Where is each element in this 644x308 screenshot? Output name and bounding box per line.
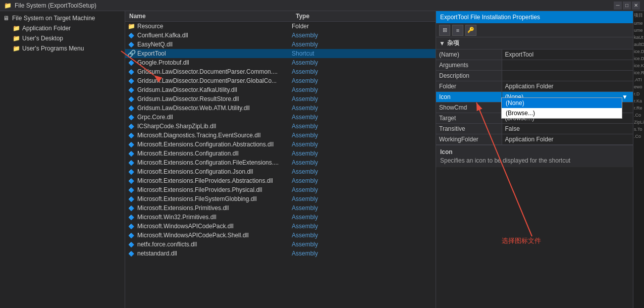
file-row[interactable]: 🔷Gridsum.LawDissector.ResultStore.dll As…: [125, 94, 436, 104]
prop-row[interactable]: (Name)ExportTool: [436, 49, 633, 60]
file-type: Assembly: [292, 168, 436, 175]
file-row[interactable]: 🔷Google.Protobuf.dll Assembly: [125, 58, 436, 67]
col-type-header: Type: [292, 13, 436, 20]
far-right-item: r.D: [633, 90, 644, 97]
file-row[interactable]: 🔷Microsoft.Extensions.FileSystemGlobbing…: [125, 194, 436, 203]
dropdown-item[interactable]: (Browse...): [502, 108, 622, 118]
props-container: (Name)ExportToolArgumentsDescriptionFold…: [436, 49, 633, 145]
list-view-button[interactable]: ≡: [452, 25, 463, 36]
file-row[interactable]: 🔗ExportTool Shortcut: [125, 49, 436, 58]
icon-dropdown[interactable]: (None)(Browse...): [501, 97, 622, 119]
file-row[interactable]: 📁Resource Folder: [125, 22, 436, 31]
dropdown-item[interactable]: (None): [502, 98, 622, 108]
maximize-button[interactable]: □: [623, 2, 631, 10]
grid-view-button[interactable]: ⊞: [439, 25, 450, 36]
file-row[interactable]: 🔷Microsoft.Win32.Primitives.dll Assembly: [125, 213, 436, 222]
assembly-icon: 🔷: [127, 240, 135, 248]
file-row[interactable]: 🔷Grpc.Core.dll Assembly: [125, 113, 436, 122]
far-right-item: s.To: [633, 126, 644, 133]
assembly-icon: 🔷: [127, 168, 135, 176]
prop-row[interactable]: FolderApplication Folder: [436, 81, 633, 92]
tree-item[interactable]: 📁User's Programs Menu: [0, 43, 125, 54]
prop-value: [502, 60, 633, 71]
far-right-item: ice.Ka: [633, 62, 644, 69]
prop-key: Description: [436, 71, 502, 81]
collapse-icon: ▼: [439, 40, 445, 47]
close-button[interactable]: ✕: [632, 2, 640, 10]
file-row[interactable]: 🔷Microsoft.WindowsAPICodePack.dll Assemb…: [125, 222, 436, 231]
minimize-button[interactable]: ─: [614, 2, 622, 10]
file-name: 🔷Gridsum.LawDissector.DocumentParser.Glo…: [125, 77, 292, 85]
filter-button[interactable]: 🔑: [465, 25, 476, 36]
annotation-text: 选择图标文件: [502, 236, 541, 245]
assembly-icon: 🔷: [127, 231, 135, 239]
shortcut-icon: 🔗: [127, 49, 135, 58]
tree-item-label: Application Folder: [22, 25, 71, 32]
file-type: Assembly: [292, 86, 436, 93]
tree-root[interactable]: 🖥 File System on Target Machine: [0, 13, 125, 23]
file-name: 🔷Microsoft.Extensions.Configuration.Abst…: [125, 140, 292, 148]
prop-key: Folder: [436, 81, 502, 92]
file-name: 🔷Microsoft.Extensions.Configuration.Json…: [125, 168, 292, 176]
far-right-item: r.Ka: [633, 97, 644, 105]
file-row[interactable]: 🔷ICSharpCode.SharpZipLib.dll Assembly: [125, 122, 436, 131]
far-right-item: ume: [633, 27, 644, 34]
tree-item[interactable]: 📁Application Folder: [0, 23, 125, 33]
file-row[interactable]: 🔷EasyNetQ.dll Assembly: [125, 40, 436, 49]
file-type: Assembly: [292, 32, 436, 39]
assembly-icon: 🔷: [127, 95, 135, 103]
file-name: 🔷Google.Protobuf.dll: [125, 59, 292, 67]
file-type: Folder: [292, 23, 436, 30]
assembly-icon: 🔷: [127, 131, 135, 139]
tree-item-label: User's Programs Menu: [22, 45, 84, 52]
assembly-icon: 🔷: [127, 113, 135, 121]
file-type: Assembly: [292, 204, 436, 212]
file-row[interactable]: 🔷Microsoft.Extensions.Configuration.Json…: [125, 167, 436, 176]
file-row[interactable]: 🔷Microsoft.Extensions.FileProviders.Phys…: [125, 185, 436, 194]
props-desc-text: Specifies an icon to be displayed for th…: [440, 157, 629, 164]
file-row[interactable]: 🔷Microsoft.Extensions.Primitives.dll Ass…: [125, 203, 436, 213]
properties-toolbar: ⊞ ≡ 🔑: [436, 23, 633, 37]
file-row[interactable]: 🔷Microsoft.Extensions.Configuration.Abst…: [125, 140, 436, 149]
file-row[interactable]: 🔷Gridsum.LawDissector.Web.ATM.Utility.dl…: [125, 104, 436, 113]
prop-key: Target: [436, 113, 502, 124]
file-row[interactable]: 🔷netfx.force.conflicts.dll Assembly: [125, 240, 436, 249]
file-name: 🔷Microsoft.Extensions.Configuration.File…: [125, 159, 292, 167]
file-type: Assembly: [292, 177, 436, 184]
file-row[interactable]: 🔷Microsoft.Extensions.Configuration.File…: [125, 158, 436, 167]
assembly-icon: 🔷: [127, 140, 135, 148]
file-type: Assembly: [292, 195, 436, 202]
file-row[interactable]: 🔷Gridsum.LawDissector.KafkaUtility.dll A…: [125, 85, 436, 94]
file-row[interactable]: 🔷Confluent.Kafka.dll Assembly: [125, 31, 436, 40]
far-right-item: r.Re: [633, 105, 644, 112]
far-right-item: .Co: [633, 112, 644, 119]
file-name: 🔷Microsoft.WindowsAPICodePack.dll: [125, 222, 292, 230]
folder-icon: 📁: [12, 44, 20, 53]
assembly-icon: 🔷: [127, 213, 135, 221]
far-right-item: ice.Re: [633, 69, 644, 76]
file-row[interactable]: 🔷Gridsum.LawDissector.DocumentParser.Com…: [125, 67, 436, 76]
prop-row[interactable]: TransitiveFalse: [436, 124, 633, 134]
file-name: 🔷Gridsum.LawDissector.KafkaUtility.dll: [125, 86, 292, 94]
file-type: Assembly: [292, 95, 436, 102]
prop-value: Application Folder: [502, 81, 633, 92]
file-row[interactable]: 🔷Gridsum.LawDissector.DocumentParser.Glo…: [125, 76, 436, 85]
file-name: 🔷EasyNetQ.dll: [125, 40, 292, 48]
file-row[interactable]: 🔷Microsoft.WindowsAPICodePack.Shell.dll …: [125, 231, 436, 240]
file-row[interactable]: 🔷Microsoft.Diagnostics.Tracing.EventSour…: [125, 131, 436, 140]
prop-row[interactable]: WorkingFolderApplication Folder: [436, 134, 633, 145]
file-row[interactable]: 🔷Microsoft.Extensions.FileProviders.Abst…: [125, 176, 436, 185]
properties-title: ExportTool File Installation Properties: [440, 14, 540, 21]
prop-row[interactable]: Arguments: [436, 60, 633, 71]
folder-icon: 📁: [127, 22, 135, 30]
file-list-header: Name Type: [125, 11, 436, 22]
far-right-item: ice.D: [633, 48, 644, 55]
far-right-panel: 项目umeumekaUtaultDice.Dice.Dice.Kaice.Re.…: [633, 11, 644, 308]
file-type: Assembly: [292, 150, 436, 157]
assembly-icon: 🔷: [127, 177, 135, 185]
assembly-icon: 🔷: [127, 186, 135, 194]
prop-row[interactable]: Description: [436, 71, 633, 81]
tree-item[interactable]: 📁User's Desktop: [0, 33, 125, 43]
file-row[interactable]: 🔷Microsoft.Extensions.Configuration.dll …: [125, 149, 436, 158]
file-row[interactable]: 🔷netstandard.dll Assembly: [125, 249, 436, 258]
